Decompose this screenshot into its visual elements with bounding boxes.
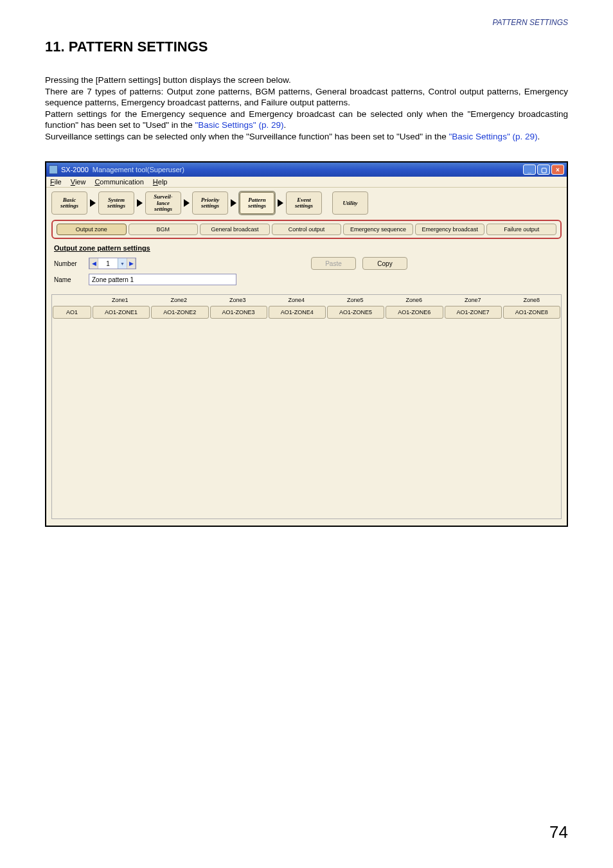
zone-cell[interactable]: AO1-ZONE3 <box>210 306 267 319</box>
maximize-button[interactable]: ▢ <box>537 164 550 175</box>
p3b: . <box>283 120 286 130</box>
zone-header: Zone2 <box>150 295 209 305</box>
chevron-right-icon <box>184 199 190 207</box>
tab-general-broadcast[interactable]: General broadcast <box>200 224 270 235</box>
chevron-right-icon <box>278 199 283 207</box>
chevron-right-icon <box>90 199 96 207</box>
wizard-surveillance-settings[interactable]: Surveil- lance settings <box>145 191 181 215</box>
label-name: Name <box>54 276 82 283</box>
zone-cell[interactable]: AO1-ZONE2 <box>151 306 208 319</box>
zone-table: Zone1 Zone2 Zone3 Zone4 Zone5 Zone6 Zone… <box>51 294 562 519</box>
spinner-dropdown-icon[interactable]: ▼ <box>118 258 127 269</box>
zone-header: Zone8 <box>502 295 562 305</box>
body-text: Pressing the [Pattern settings] button d… <box>45 75 568 142</box>
paste-button[interactable]: Paste <box>311 257 356 270</box>
tab-emergency-sequence[interactable]: Emergency sequence <box>343 224 413 235</box>
p4b: . <box>537 132 540 141</box>
tab-row: Output zone BGM General broadcast Contro… <box>57 224 556 235</box>
p4a: Surveillance settings can be selected on… <box>45 132 449 141</box>
title-suffix: Management tool(Superuser) <box>93 166 184 173</box>
window-controls: _ ▢ × <box>523 164 564 175</box>
menu-communication[interactable]: Communication <box>94 178 143 186</box>
minimize-button[interactable]: _ <box>523 164 536 175</box>
chevron-right-icon <box>137 199 143 207</box>
panel-heading: Output zone pattern settings <box>54 244 562 252</box>
zone-header: Zone7 <box>443 295 502 305</box>
tab-output-zone[interactable]: Output zone <box>57 224 127 235</box>
app-icon <box>49 165 58 174</box>
tab-failure-output[interactable]: Failure output <box>486 224 556 235</box>
zone-cell[interactable]: AO1-ZONE1 <box>93 306 150 319</box>
section-number: 11. <box>45 39 65 55</box>
label-number: Number <box>54 260 82 267</box>
chevron-right-icon <box>231 199 236 207</box>
wizard-utility[interactable]: Utility <box>332 191 368 215</box>
p3a: Pattern settings for the Emergency seque… <box>45 109 568 130</box>
zone-corner <box>52 295 91 305</box>
menu-file[interactable]: File <box>50 178 62 186</box>
zone-data-row: AO1 AO1-ZONE1 AO1-ZONE2 AO1-ZONE3 AO1-ZO… <box>52 305 561 319</box>
spinner-right-icon[interactable]: ▶ <box>127 258 136 269</box>
row-name: Name <box>51 274 562 285</box>
wizard-event-settings[interactable]: Event settings <box>286 191 322 215</box>
zone-header-row: Zone1 Zone2 Zone3 Zone4 Zone5 Zone6 Zone… <box>52 295 561 305</box>
paragraph-1: Pressing the [Pattern settings] button d… <box>45 75 568 86</box>
copy-button[interactable]: Copy <box>362 257 407 270</box>
zone-cell[interactable]: AO1-ZONE5 <box>327 306 384 319</box>
spinner-value: 1 <box>98 260 118 267</box>
zone-header: Zone6 <box>385 295 444 305</box>
zone-header: Zone1 <box>91 295 150 305</box>
zone-header: Zone4 <box>267 295 326 305</box>
zone-row-label[interactable]: AO1 <box>53 306 91 319</box>
wizard-priority-settings[interactable]: Priority settings <box>192 191 228 215</box>
app-screenshot: SX-2000 Management tool(Superuser) _ ▢ ×… <box>45 161 568 527</box>
title-product: SX-2000 <box>61 166 89 173</box>
zone-cell[interactable]: AO1-ZONE4 <box>269 306 326 319</box>
tab-emergency-broadcast[interactable]: Emergency broadcast <box>415 224 485 235</box>
wizard-pattern-settings[interactable]: Pattern settings <box>239 191 275 215</box>
menu-help[interactable]: Help <box>153 178 168 186</box>
paragraph-2: There are 7 types of patterns: Output zo… <box>45 86 568 109</box>
titlebar: SX-2000 Management tool(Superuser) _ ▢ × <box>46 163 567 177</box>
tab-row-highlight: Output zone BGM General broadcast Contro… <box>51 220 562 239</box>
zone-cell[interactable]: AO1-ZONE6 <box>386 306 443 319</box>
spinner-left-icon[interactable]: ◀ <box>89 258 98 269</box>
tab-control-output[interactable]: Control output <box>272 224 342 235</box>
row-number: Number ◀ 1 ▼ ▶ Paste Copy <box>51 257 562 270</box>
page-number: 74 <box>549 822 568 842</box>
paragraph-4: Surveillance settings can be selected on… <box>45 131 568 143</box>
zone-cell[interactable]: AO1-ZONE8 <box>503 306 560 319</box>
paragraph-3: Pattern settings for the Emergency seque… <box>45 109 568 131</box>
running-header: PATTERN SETTINGS <box>0 0 613 27</box>
wizard-basic-settings[interactable]: Basic settings <box>51 191 87 215</box>
link-basic-settings-2[interactable]: "Basic Settings" (p. 29) <box>449 132 538 141</box>
zone-cell[interactable]: AO1-ZONE7 <box>445 306 502 319</box>
number-spinner[interactable]: ◀ 1 ▼ ▶ <box>89 258 136 269</box>
zone-header: Zone3 <box>208 295 267 305</box>
link-basic-settings-1[interactable]: "Basic Settings" (p. 29) <box>195 120 284 130</box>
section-title-text: PATTERN SETTINGS <box>69 39 208 55</box>
menu-view[interactable]: View <box>71 178 86 186</box>
blank-area <box>52 319 561 518</box>
tab-bgm[interactable]: BGM <box>129 224 199 235</box>
name-input[interactable] <box>89 274 236 285</box>
close-button[interactable]: × <box>551 164 564 175</box>
app-content: Basic settings System settings Surveil- … <box>46 188 567 526</box>
menubar: File View Communication Help <box>46 177 567 188</box>
zone-header: Zone5 <box>326 295 385 305</box>
wizard-system-settings[interactable]: System settings <box>98 191 134 215</box>
wizard-row: Basic settings System settings Surveil- … <box>51 191 562 215</box>
section-title: 11. PATTERN SETTINGS <box>45 39 613 55</box>
